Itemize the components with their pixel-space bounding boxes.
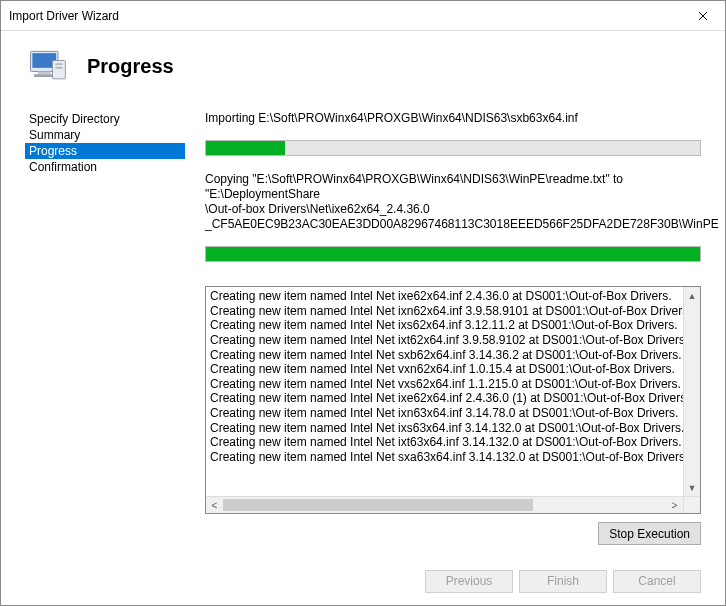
log-line: Creating new item named Intel Net ixt63x… (210, 435, 696, 450)
progress-bar-1-fill (206, 141, 285, 155)
log-line: Creating new item named Intel Net sxb62x… (210, 348, 696, 363)
svg-rect-2 (38, 72, 51, 75)
log-line: Creating new item named Intel Net ixn63x… (210, 406, 696, 421)
scroll-down-icon[interactable]: ▼ (684, 479, 700, 496)
wizard-window: Import Driver Wizard Progress Specify Di… (0, 0, 726, 606)
vertical-scrollbar[interactable]: ▲ ▼ (683, 287, 700, 496)
status-line-2a: Copying "E:\Soft\PROWinx64\PROXGB\Winx64… (205, 172, 701, 202)
stop-row: Stop Execution (205, 514, 701, 549)
sidebar-item-progress[interactable]: Progress (25, 143, 185, 159)
computer-icon (25, 44, 69, 88)
content: Specify Directory Summary Progress Confi… (1, 101, 725, 557)
log-output[interactable]: Creating new item named Intel Net ixe62x… (205, 286, 701, 514)
scroll-up-icon[interactable]: ▲ (684, 287, 700, 304)
log-content: Creating new item named Intel Net ixe62x… (206, 287, 700, 496)
footer: Previous Finish Cancel (1, 557, 725, 605)
svg-rect-5 (55, 63, 62, 65)
main-panel: Importing E:\Soft\PROWinx64\PROXGB\Winx6… (205, 101, 701, 549)
log-line: Creating new item named Intel Net ixn62x… (210, 304, 696, 319)
log-line: Creating new item named Intel Net vxs62x… (210, 377, 696, 392)
finish-button: Finish (519, 570, 607, 593)
stop-execution-button[interactable]: Stop Execution (598, 522, 701, 545)
cancel-button: Cancel (613, 570, 701, 593)
sidebar-item-specify-directory[interactable]: Specify Directory (25, 111, 185, 127)
sidebar-item-confirmation[interactable]: Confirmation (25, 159, 185, 175)
svg-rect-3 (34, 74, 54, 77)
horizontal-scrollbar[interactable]: < > (206, 496, 700, 513)
scroll-left-icon[interactable]: < (206, 497, 223, 514)
progress-bar-1 (205, 140, 701, 156)
window-title: Import Driver Wizard (9, 9, 680, 23)
log-line: Creating new item named Intel Net ixt62x… (210, 333, 696, 348)
log-line: Creating new item named Intel Net vxn62x… (210, 362, 696, 377)
status-line-2c: _CF5AE0EC9B23AC30EAE3DD00A82967468113C30… (205, 217, 701, 232)
log-line: Creating new item named Intel Net ixe62x… (210, 289, 696, 304)
titlebar: Import Driver Wizard (1, 1, 725, 31)
progress-bar-2-fill (206, 247, 700, 261)
status-line-2b: \Out-of-box Drivers\Net\ixe62x64_2.4.36.… (205, 202, 701, 217)
log-line: Creating new item named Intel Net ixe62x… (210, 391, 696, 406)
status-line-2: Copying "E:\Soft\PROWinx64\PROXGB\Winx64… (205, 172, 701, 232)
hscroll-track[interactable] (223, 497, 666, 513)
scroll-right-icon[interactable]: > (666, 497, 683, 514)
log-line: Creating new item named Intel Net ixs62x… (210, 318, 696, 333)
sidebar-item-summary[interactable]: Summary (25, 127, 185, 143)
log-line: Creating new item named Intel Net sxa63x… (210, 450, 696, 465)
close-icon (698, 11, 708, 21)
previous-button: Previous (425, 570, 513, 593)
page-title: Progress (87, 55, 174, 78)
log-line: Creating new item named Intel Net ixs63x… (210, 421, 696, 436)
hscroll-thumb[interactable] (223, 499, 533, 511)
status-line-1: Importing E:\Soft\PROWinx64\PROXGB\Winx6… (205, 111, 701, 126)
sidebar: Specify Directory Summary Progress Confi… (25, 101, 185, 549)
progress-bar-2 (205, 246, 701, 262)
scroll-corner (683, 497, 700, 514)
close-button[interactable] (680, 1, 725, 30)
svg-rect-6 (55, 67, 62, 69)
header: Progress (1, 31, 725, 101)
